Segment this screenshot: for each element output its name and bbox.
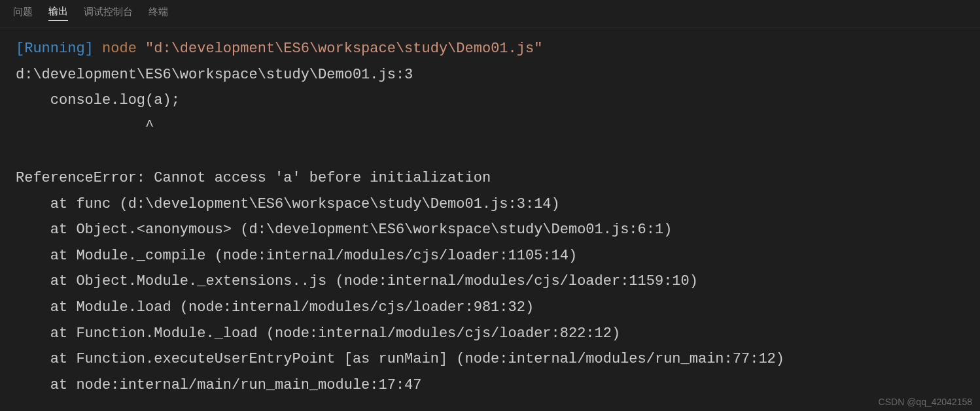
tab-problems[interactable]: 问题 xyxy=(13,6,33,21)
running-tag: [Running] xyxy=(16,41,94,57)
stack-line: at Function.Module._load (node:internal/… xyxy=(16,325,620,342)
stack-line: at Function.executeUserEntryPoint [as ru… xyxy=(16,351,784,367)
command-arg: "d:\development\ES6\workspace\study\Demo… xyxy=(145,41,542,57)
tab-terminal[interactable]: 终端 xyxy=(149,6,168,21)
tab-output[interactable]: 输出 xyxy=(48,5,68,21)
stack-line: at Object.<anonymous> (d:\development\ES… xyxy=(16,222,672,238)
error-code-line: console.log(a); xyxy=(16,92,180,108)
error-caret: ^ xyxy=(16,118,154,135)
stack-line: at Module.load (node:internal/modules/cj… xyxy=(16,299,534,316)
stack-line: at Module._compile (node:internal/module… xyxy=(16,248,577,264)
error-message: ReferenceError: Cannot access 'a' before… xyxy=(16,170,491,186)
stack-line: at func (d:\development\ES6\workspace\st… xyxy=(16,196,560,212)
error-location: d:\development\ES6\workspace\study\Demo0… xyxy=(16,67,413,83)
terminal-panel: 问题 输出 调试控制台 终端 [Running] node "d:\develo… xyxy=(0,0,980,411)
command-name: node xyxy=(102,41,137,57)
panel-tab-bar: 问题 输出 调试控制台 终端 xyxy=(0,0,980,28)
watermark: CSDN @qq_42042158 xyxy=(879,397,972,407)
output-pane[interactable]: [Running] node "d:\development\ES6\works… xyxy=(0,28,980,406)
tab-debug-console[interactable]: 调试控制台 xyxy=(84,6,133,21)
stack-line: at Object.Module._extensions..js (node:i… xyxy=(16,273,698,289)
stack-line: at node:internal/main/run_main_module:17… xyxy=(16,377,422,393)
